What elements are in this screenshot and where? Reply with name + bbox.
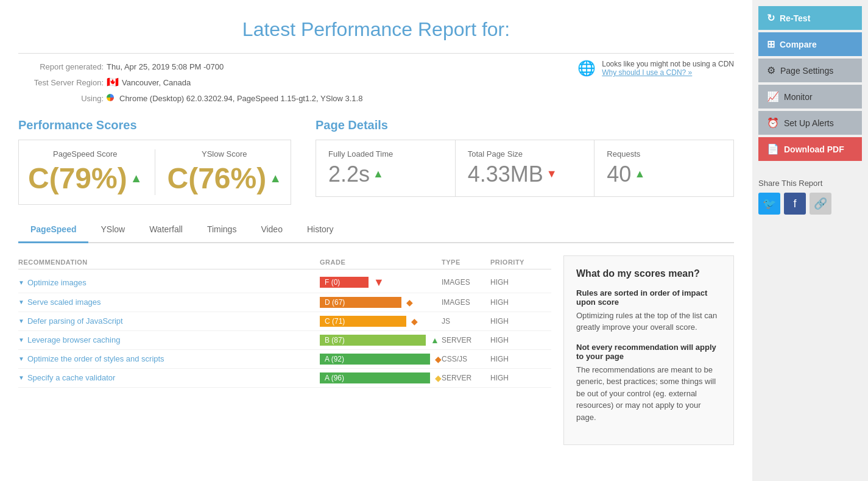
tab-yslow[interactable]: YSlow	[88, 217, 137, 243]
rec-order-styles[interactable]: ▼ Optimize the order of styles and scrip…	[18, 354, 320, 363]
share-title: Share This Report	[758, 179, 862, 188]
priority-icon-down: ▼	[373, 276, 384, 289]
retest-button[interactable]: ↻ Re-Test	[758, 6, 862, 30]
tab-video[interactable]: Video	[249, 217, 295, 243]
priority-up: ▲	[431, 335, 439, 345]
col-grade: Grade	[320, 258, 442, 266]
priority-diamond: ◆	[406, 298, 413, 307]
monitor-button[interactable]: 📈 Monitor	[758, 85, 862, 109]
expand-icon: ▼	[18, 318, 24, 324]
grade-value: C (71)	[320, 316, 406, 327]
info-section-2: Not every recommendation will apply to y…	[576, 343, 721, 424]
table-header: Recommendation Grade Type Priority	[18, 255, 551, 269]
requests-label: Requests	[607, 149, 721, 159]
fully-loaded-box: Fully Loaded Time 2.2s ▲	[316, 140, 456, 196]
page-details-boxes: Fully Loaded Time 2.2s ▲ Total Page Size…	[316, 140, 734, 197]
settings-icon: ⚙	[767, 65, 775, 76]
requests-value: 40 ▲	[607, 162, 721, 187]
table-row: ▼ Defer parsing of JavaScript C (71) ◆ J…	[18, 312, 551, 331]
compare-button[interactable]: ⊞ Compare	[758, 32, 862, 56]
table-row: ▼ Optimize images F (0) ▼ IMAGES HIGH	[18, 273, 551, 293]
tab-pagespeed[interactable]: PageSpeed	[18, 217, 88, 243]
scores-section: Performance Scores PageSpeed Score C(79%…	[18, 118, 734, 205]
total-size-box: Total Page Size 4.33MB ▼	[456, 140, 595, 196]
recommendations-table: Recommendation Grade Type Priority ▼ Opt…	[18, 255, 551, 446]
table-row: ▼ Serve scaled images D (67) ◆ IMAGES HI…	[18, 293, 551, 312]
share-icons: 🐦 f 🔗	[758, 193, 862, 215]
share-section: Share This Report 🐦 f 🔗	[758, 173, 862, 215]
expand-icon: ▼	[18, 299, 24, 305]
rec-serve-scaled[interactable]: ▼ Serve scaled images	[18, 298, 320, 307]
globe-icon: 🌐	[577, 60, 596, 77]
monitor-icon: 📈	[767, 91, 779, 102]
requests-box: Requests 40 ▲	[595, 140, 733, 196]
rec-defer-js[interactable]: ▼ Defer parsing of JavaScript	[18, 316, 320, 326]
tab-timings[interactable]: Timings	[195, 217, 249, 243]
page-settings-button[interactable]: ⚙ Page Settings	[758, 59, 862, 82]
download-pdf-button[interactable]: 📄 Download PDF	[758, 137, 862, 161]
expand-icon: ▼	[18, 279, 24, 286]
priority-high: HIGH	[490, 355, 551, 363]
table-row: ▼ Leverage browser caching B (87) ▲ SERV…	[18, 331, 551, 350]
table-row: ▼ Optimize the order of styles and scrip…	[18, 350, 551, 369]
title-divider	[18, 53, 734, 54]
grade-bar: A (92) ◆	[320, 354, 442, 365]
using-value: Chrome (Desktop) 62.0.3202.94, PageSpeed…	[119, 91, 362, 105]
expand-icon: ▼	[18, 337, 24, 343]
info-title-2: Not every recommendation will apply to y…	[576, 343, 721, 361]
type-js: JS	[442, 317, 490, 326]
grade-bar: C (71) ◆	[320, 316, 442, 327]
rec-cache-validator[interactable]: ▼ Specify a cache validator	[18, 373, 320, 382]
requests-arrow: ▲	[634, 168, 645, 180]
grade-value: B (87)	[320, 335, 426, 346]
fully-loaded-label: Fully Loaded Time	[328, 149, 443, 159]
report-meta: Report generated: Thu, Apr 25, 2019 5:08…	[18, 60, 734, 106]
grade-value: D (67)	[320, 297, 401, 308]
cdn-link[interactable]: Why should I use a CDN? »	[602, 68, 692, 77]
cdn-warning-text: Looks like you might not be using a CDN	[602, 60, 734, 68]
col-recommendation: Recommendation	[18, 258, 320, 266]
setup-alerts-button[interactable]: ⏰ Set Up Alerts	[758, 111, 862, 135]
tab-waterfall[interactable]: Waterfall	[137, 217, 195, 243]
table-row: ▼ Specify a cache validator A (96) ◆ SER…	[18, 369, 551, 388]
region-label: Test Server Region:	[18, 76, 104, 90]
priority-diamond: ◆	[411, 316, 418, 326]
pagespeed-label: PageSpeed Score	[28, 149, 143, 159]
twitter-share-button[interactable]: 🐦	[758, 193, 780, 215]
type-images: IMAGES	[442, 298, 490, 307]
priority-diamond-yellow: ◆	[435, 373, 442, 383]
link-share-button[interactable]: 🔗	[810, 193, 831, 215]
info-text-2: The recommendations are meant to be gene…	[576, 364, 721, 424]
fully-loaded-value: 2.2s ▲	[328, 162, 443, 187]
rec-optimize-images[interactable]: ▼ Optimize images	[18, 278, 320, 287]
score-divider	[155, 149, 155, 195]
pdf-icon: 📄	[767, 143, 779, 155]
region-value: Vancouver, Canada	[122, 76, 191, 90]
page-details-title: Page Details	[316, 118, 734, 132]
scores-boxes: PageSpeed Score C(79%) ▲ YSlow Score C(7…	[18, 140, 291, 205]
yslow-arrow: ▲	[269, 171, 281, 185]
priority-high: HIGH	[490, 278, 551, 287]
priority-high: HIGH	[490, 298, 551, 307]
tab-history[interactable]: History	[295, 217, 346, 243]
grade-bar: B (87) ▲	[320, 335, 442, 346]
page-title: Latest Performance Report for:	[18, 12, 734, 41]
alert-icon: ⏰	[767, 117, 779, 129]
table-section: Recommendation Grade Type Priority ▼ Opt…	[18, 255, 734, 446]
pagespeed-score-box: PageSpeed Score C(79%) ▲	[28, 149, 143, 195]
grade-value: A (92)	[320, 354, 430, 365]
facebook-share-button[interactable]: f	[784, 193, 806, 215]
priority-high: HIGH	[490, 336, 551, 344]
grade-bar: F (0) ▼	[320, 276, 442, 289]
priority-high: HIGH	[490, 374, 551, 382]
rec-browser-cache[interactable]: ▼ Leverage browser caching	[18, 335, 320, 344]
performance-scores-title: Performance Scores	[18, 118, 291, 132]
meta-left: Report generated: Thu, Apr 25, 2019 5:08…	[18, 60, 362, 106]
total-size-value: 4.33MB ▼	[468, 162, 582, 187]
using-label: Using:	[18, 91, 104, 105]
cdn-warning: 🌐 Looks like you might not be using a CD…	[577, 60, 734, 77]
grade-value: A (96)	[320, 372, 430, 383]
yslow-value: C(76%) ▲	[168, 162, 282, 195]
col-type: Type	[442, 258, 490, 266]
performance-scores: Performance Scores PageSpeed Score C(79%…	[18, 118, 291, 205]
